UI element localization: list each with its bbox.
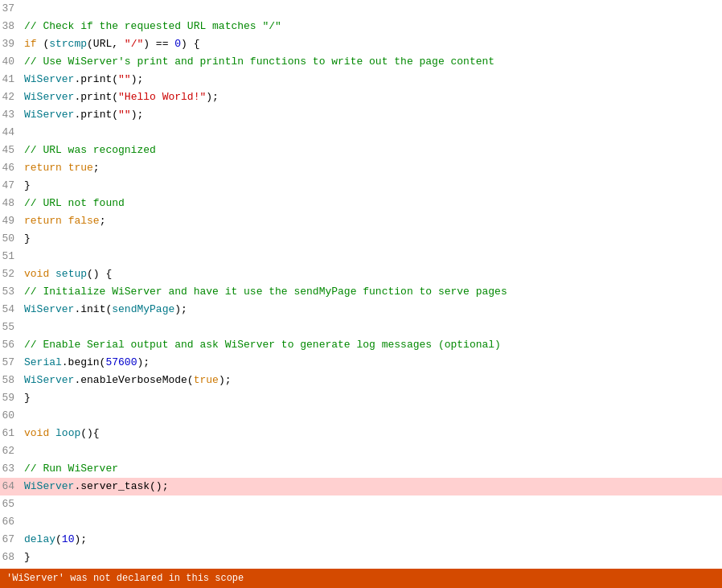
line-number: 68	[0, 549, 24, 566]
code-line: 41WiServer.print("");	[0, 71, 722, 88]
line-number: 44	[0, 124, 24, 142]
code-line: 63// Run WiServer	[0, 460, 722, 478]
line-number: 46	[0, 159, 24, 177]
code-line: 64WiServer.server_task();	[0, 478, 722, 495]
line-content: WiServer.print("Hello World!");	[24, 88, 722, 106]
line-content	[24, 495, 722, 513]
line-content: WiServer.print("");	[24, 71, 722, 88]
code-line: 65	[0, 495, 722, 513]
code-line: 56// Enable Serial output and ask WiServ…	[0, 336, 722, 354]
code-line: 44	[0, 124, 722, 142]
code-line: 45// URL was recognized	[0, 142, 722, 159]
line-content: // Run WiServer	[24, 460, 722, 478]
line-content: // URL was recognized	[24, 142, 722, 159]
status-message: 'WiServer' was not declared in this scop…	[6, 573, 244, 584]
line-number: 53	[0, 283, 24, 301]
line-number: 43	[0, 106, 24, 124]
code-lines: 37 38// Check if the requested URL match…	[0, 0, 722, 569]
line-number: 55	[0, 319, 24, 336]
code-line: 42WiServer.print("Hello World!");	[0, 88, 722, 106]
line-number: 64	[0, 478, 24, 495]
line-number: 45	[0, 142, 24, 159]
code-line: 37	[0, 0, 722, 18]
line-number: 60	[0, 407, 24, 425]
line-content: void loop(){	[24, 425, 722, 442]
line-content: Serial.begin(57600);	[24, 354, 722, 372]
line-number: 39	[0, 35, 24, 53]
line-number: 67	[0, 531, 24, 549]
line-content: return false;	[24, 212, 722, 230]
line-number: 48	[0, 195, 24, 212]
line-number: 57	[0, 354, 24, 372]
line-content	[24, 407, 722, 425]
line-number: 59	[0, 389, 24, 407]
code-line: 47}	[0, 177, 722, 195]
line-number: 61	[0, 425, 24, 442]
code-line: 40// Use WiServer's print and println fu…	[0, 53, 722, 71]
code-area: 37 38// Check if the requested URL match…	[0, 0, 722, 569]
code-line: 59}	[0, 389, 722, 407]
code-line: 58WiServer.enableVerboseMode(true);	[0, 372, 722, 389]
line-number: 49	[0, 212, 24, 230]
code-line: 54WiServer.init(sendMyPage);	[0, 301, 722, 319]
code-line: 52void setup() {	[0, 265, 722, 283]
line-content: WiServer.server_task();	[24, 478, 722, 495]
line-content: // Check if the requested URL matches "/…	[24, 18, 722, 35]
line-content: // Use WiServer's print and println func…	[24, 53, 722, 71]
code-line: 46return true;	[0, 159, 722, 177]
code-line: 67delay(10);	[0, 531, 722, 549]
code-line: 50}	[0, 230, 722, 248]
code-line: 39if (strcmp(URL, "/") == 0) {	[0, 35, 722, 53]
line-number: 37	[0, 0, 24, 18]
status-bar: 'WiServer' was not declared in this scop…	[0, 569, 722, 588]
line-number: 52	[0, 265, 24, 283]
line-content: }	[24, 549, 722, 566]
code-line: 61void loop(){	[0, 425, 722, 442]
line-content: WiServer.enableVerboseMode(true);	[24, 372, 722, 389]
line-number: 51	[0, 248, 24, 265]
line-content	[24, 248, 722, 265]
line-content: // Enable Serial output and ask WiServer…	[24, 336, 722, 354]
code-editor: 37 38// Check if the requested URL match…	[0, 0, 722, 588]
code-line: 57Serial.begin(57600);	[0, 354, 722, 372]
code-line: 60	[0, 407, 722, 425]
line-number: 40	[0, 53, 24, 71]
line-content: }	[24, 389, 722, 407]
line-number: 58	[0, 372, 24, 389]
line-number: 50	[0, 230, 24, 248]
line-content	[24, 319, 722, 336]
line-content: }	[24, 177, 722, 195]
line-content: return true;	[24, 159, 722, 177]
code-line: 53// Initialize WiServer and have it use…	[0, 283, 722, 301]
code-line: 51	[0, 248, 722, 265]
code-line: 66	[0, 513, 722, 531]
line-content: delay(10);	[24, 531, 722, 549]
code-line: 48// URL not found	[0, 195, 722, 212]
line-number: 63	[0, 460, 24, 478]
line-number: 41	[0, 71, 24, 88]
line-content: }	[24, 230, 722, 248]
line-content: WiServer.init(sendMyPage);	[24, 301, 722, 319]
line-number: 54	[0, 301, 24, 319]
line-content: // URL not found	[24, 195, 722, 212]
line-number: 38	[0, 18, 24, 35]
line-number: 42	[0, 88, 24, 106]
line-number: 56	[0, 336, 24, 354]
code-line: 49return false;	[0, 212, 722, 230]
line-content: if (strcmp(URL, "/") == 0) {	[24, 35, 722, 53]
line-number: 47	[0, 177, 24, 195]
code-line: 55	[0, 319, 722, 336]
line-content	[24, 442, 722, 460]
code-line: 62	[0, 442, 722, 460]
code-line: 38// Check if the requested URL matches …	[0, 18, 722, 35]
code-line: 43WiServer.print("");	[0, 106, 722, 124]
line-content: // Initialize WiServer and have it use t…	[24, 283, 722, 301]
code-line: 68}	[0, 549, 722, 566]
line-content: void setup() {	[24, 265, 722, 283]
line-number: 65	[0, 495, 24, 513]
line-number: 62	[0, 442, 24, 460]
line-content	[24, 0, 722, 18]
line-content	[24, 513, 722, 531]
line-content: WiServer.print("");	[24, 106, 722, 124]
line-content	[24, 124, 722, 142]
